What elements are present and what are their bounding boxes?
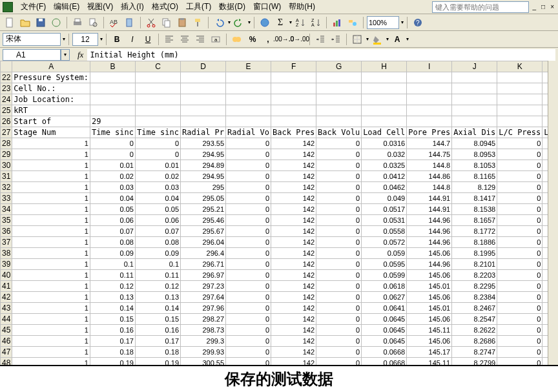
- print-icon[interactable]: [70, 15, 85, 30]
- cell[interactable]: [452, 105, 497, 116]
- cell[interactable]: 0: [497, 160, 542, 171]
- menu-insert[interactable]: 插入(I): [117, 0, 147, 14]
- cell[interactable]: 1: [12, 215, 90, 226]
- cell[interactable]: 1: [12, 138, 90, 149]
- cell[interactable]: [135, 94, 180, 105]
- cell[interactable]: Back Pres: [271, 127, 316, 138]
- cell[interactable]: 8.1772: [452, 226, 497, 237]
- font-size-input[interactable]: [72, 33, 98, 46]
- name-box[interactable]: A1: [3, 49, 61, 61]
- cell[interactable]: 0: [316, 215, 362, 226]
- cell[interactable]: [316, 105, 362, 116]
- cell[interactable]: 0.12: [135, 281, 180, 292]
- cell[interactable]: 0: [316, 237, 362, 248]
- copy-icon[interactable]: [160, 15, 174, 30]
- cell[interactable]: 142: [271, 336, 316, 347]
- cell[interactable]: 142: [271, 292, 316, 303]
- cell[interactable]: 145.06: [407, 248, 452, 259]
- cell[interactable]: 0.11: [135, 270, 180, 281]
- sort-asc-icon[interactable]: AZ: [293, 15, 307, 30]
- cell[interactable]: 0.0558: [362, 226, 407, 237]
- cell[interactable]: 0: [497, 270, 542, 281]
- currency-icon[interactable]: [230, 32, 244, 46]
- cell[interactable]: 144.8: [407, 182, 452, 193]
- cell[interactable]: 0.059: [362, 248, 407, 259]
- row-header[interactable]: 44: [1, 314, 12, 325]
- cell[interactable]: 0.05: [135, 204, 180, 215]
- cell[interactable]: 0.17: [135, 336, 180, 347]
- row-header[interactable]: 39: [1, 259, 12, 270]
- cell[interactable]: 0: [497, 226, 542, 237]
- cell[interactable]: 144.91: [407, 193, 452, 204]
- align-center-icon[interactable]: [178, 32, 192, 46]
- borders-icon[interactable]: [350, 32, 364, 46]
- cell[interactable]: 144.91: [407, 204, 452, 215]
- font-color-dropdown[interactable]: ▾: [406, 36, 409, 42]
- column-header[interactable]: D: [181, 61, 226, 72]
- cell[interactable]: 0.02: [135, 171, 180, 182]
- cell[interactable]: 142: [271, 182, 316, 193]
- cell[interactable]: 0: [316, 204, 362, 215]
- cell[interactable]: 1: [12, 204, 90, 215]
- cell[interactable]: 0: [135, 149, 180, 160]
- cell[interactable]: 0.19: [135, 358, 180, 366]
- cell[interactable]: 0.02: [90, 171, 135, 182]
- cell[interactable]: 298.73: [181, 325, 226, 336]
- cell[interactable]: 0: [226, 292, 271, 303]
- cell[interactable]: 0.14: [90, 303, 135, 314]
- cell[interactable]: [271, 94, 316, 105]
- menu-tools[interactable]: 工具(T): [182, 0, 215, 14]
- cell[interactable]: 296.04: [181, 237, 226, 248]
- cell[interactable]: 0: [316, 171, 362, 182]
- cell[interactable]: 0: [497, 314, 542, 325]
- cell[interactable]: Pressure System:: [12, 72, 90, 83]
- cell[interactable]: 0: [226, 336, 271, 347]
- cell[interactable]: [316, 94, 362, 105]
- cell[interactable]: 0.03: [135, 182, 180, 193]
- cell[interactable]: 0: [316, 336, 362, 347]
- cell[interactable]: 0.18: [135, 347, 180, 358]
- cell[interactable]: 296.71: [181, 259, 226, 270]
- cell[interactable]: 0.1: [135, 259, 180, 270]
- cell[interactable]: 0: [497, 292, 542, 303]
- cell[interactable]: 142: [271, 325, 316, 336]
- cell[interactable]: 142: [271, 226, 316, 237]
- cell[interactable]: 142: [271, 281, 316, 292]
- cell[interactable]: 0: [316, 314, 362, 325]
- cell[interactable]: [181, 116, 226, 127]
- cell[interactable]: 0: [316, 281, 362, 292]
- cell[interactable]: 8.129: [452, 182, 497, 193]
- cell[interactable]: [362, 72, 407, 83]
- cell[interactable]: 0.0599: [362, 270, 407, 281]
- cell[interactable]: 8.1538: [452, 204, 497, 215]
- column-header[interactable]: H: [362, 61, 407, 72]
- cell[interactable]: 294.95: [181, 171, 226, 182]
- cell[interactable]: [226, 94, 271, 105]
- cell[interactable]: 8.1886: [452, 237, 497, 248]
- cell[interactable]: [135, 83, 180, 94]
- cell[interactable]: 0.08: [90, 237, 135, 248]
- cell[interactable]: 1: [12, 281, 90, 292]
- menu-file[interactable]: 文件(F): [17, 0, 50, 14]
- cell[interactable]: 0.01: [90, 160, 135, 171]
- align-right-icon[interactable]: [193, 32, 207, 46]
- row-header[interactable]: 47: [1, 347, 12, 358]
- cell[interactable]: 0.0645: [362, 325, 407, 336]
- cell[interactable]: 0.0531: [362, 215, 407, 226]
- cell[interactable]: 8.2747: [452, 347, 497, 358]
- autosum-dropdown[interactable]: ▾: [289, 19, 292, 25]
- row-header[interactable]: 43: [1, 303, 12, 314]
- cell[interactable]: 142: [271, 237, 316, 248]
- cell[interactable]: 0.15: [90, 314, 135, 325]
- minimize-icon[interactable]: _: [532, 3, 538, 10]
- fill-color-dropdown[interactable]: ▾: [386, 36, 389, 42]
- cell[interactable]: Time sinc: [90, 127, 135, 138]
- cell[interactable]: 0: [497, 303, 542, 314]
- cell[interactable]: 0.0517: [362, 204, 407, 215]
- cell[interactable]: 0: [226, 303, 271, 314]
- cell[interactable]: Cell No.:: [12, 83, 90, 94]
- cell[interactable]: 0: [497, 193, 542, 204]
- menu-help[interactable]: 帮助(H): [285, 0, 319, 14]
- cell[interactable]: 0: [226, 171, 271, 182]
- research-icon[interactable]: [123, 15, 137, 30]
